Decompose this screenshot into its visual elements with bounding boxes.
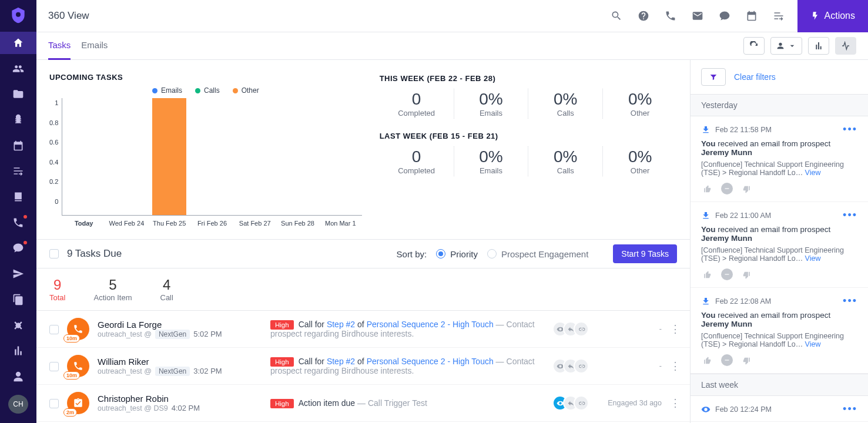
actions-button[interactable]: Actions <box>797 0 868 32</box>
feed-more[interactable]: ••• <box>843 403 857 415</box>
task-description: HighAction item due — Call Trigger Test <box>270 398 549 408</box>
task-description: HighCall for Step #2 of Personal Sequenc… <box>270 320 549 338</box>
mail-icon[interactable] <box>692 10 703 22</box>
chart-bar: Today <box>62 98 105 215</box>
metric: 0Completed <box>380 89 454 119</box>
nav-analytics[interactable] <box>0 340 36 362</box>
nav-phone[interactable] <box>0 212 36 234</box>
feed-time: Feb 20 12:24 PM <box>715 405 772 414</box>
start-tasks-button[interactable]: Start 9 Tasks <box>613 244 677 263</box>
feed-time: Feb 22 12:08 AM <box>715 297 771 306</box>
activity-button[interactable] <box>835 37 856 55</box>
tab-tasks[interactable]: Tasks <box>48 32 71 60</box>
actions-label: Actions <box>825 11 855 21</box>
clear-filters-link[interactable]: Clear filters <box>734 72 776 82</box>
neutral-icon[interactable] <box>721 268 733 280</box>
thumbs-up-icon[interactable] <box>701 183 714 196</box>
upcoming-tasks-chart: 10.80.60.40.20 TodayWed Feb 24Thu Feb 25… <box>49 98 362 216</box>
nav-chat[interactable] <box>0 237 36 260</box>
thumbs-up-icon[interactable] <box>701 268 714 281</box>
task-row[interactable]: 10m Geordi La Forge outreach_test @NextG… <box>36 311 690 348</box>
view-link[interactable]: View <box>805 169 821 177</box>
nav-templates[interactable] <box>0 186 36 208</box>
svg-rect-1 <box>725 188 729 189</box>
feed-time: Feb 22 11:58 PM <box>715 126 772 134</box>
row-checkbox[interactable] <box>49 399 59 408</box>
eye-icon <box>701 405 711 414</box>
engagement-text: - <box>597 325 662 333</box>
task-row[interactable]: 2m Christopher Robin outreach_test @ DS9… <box>36 385 690 422</box>
call-icon: 10m <box>67 318 89 340</box>
sort-priority[interactable]: Priority <box>436 249 478 259</box>
calendar-icon[interactable] <box>746 10 758 22</box>
chart-bar: Fri Feb 26 <box>191 98 234 215</box>
nav-home[interactable] <box>0 32 36 54</box>
feed-item: Feb 22 11:00 AM ••• You received an emai… <box>691 202 868 288</box>
metric: 0%Calls <box>528 89 603 119</box>
sort-engagement[interactable]: Prospect Engagement <box>487 249 588 259</box>
feed-subject: [Confluence] Technical Support Engineeri… <box>701 246 857 263</box>
feed-more[interactable]: ••• <box>843 123 857 136</box>
nav-accounts[interactable] <box>0 83 36 105</box>
stats-button[interactable] <box>808 37 829 55</box>
view-link[interactable]: View <box>805 340 821 348</box>
thumbs-up-icon[interactable] <box>701 354 714 367</box>
feed-more[interactable]: ••• <box>843 209 857 221</box>
nav-calendar[interactable] <box>0 135 36 157</box>
neutral-icon[interactable] <box>721 354 733 366</box>
this-week-title: THIS WEEK (FEB 22 - FEB 28) <box>380 74 677 83</box>
row-menu[interactable]: ⋮ <box>670 397 681 409</box>
thumbs-down-icon[interactable] <box>740 354 753 367</box>
view-link[interactable]: View <box>805 254 821 263</box>
nav-snippets[interactable] <box>0 314 36 337</box>
task-count[interactable]: 9Total <box>49 277 65 302</box>
chart-bar: Wed Feb 24 <box>105 98 148 215</box>
chat-icon[interactable] <box>719 10 730 22</box>
phone-icon[interactable] <box>665 10 676 22</box>
search-icon[interactable] <box>611 10 622 22</box>
feed-item: Feb 22 11:58 PM ••• You received an emai… <box>691 116 868 202</box>
top-bar: 360 View Actions <box>36 0 868 32</box>
tab-emails[interactable]: Emails <box>81 32 108 60</box>
task-count[interactable]: 4Call <box>160 277 173 302</box>
prospect-name[interactable]: Christopher Robin <box>98 394 262 404</box>
user-avatar[interactable]: CH <box>8 395 28 414</box>
row-menu[interactable]: ⋮ <box>670 323 681 335</box>
nav-opportunities[interactable] <box>0 109 36 131</box>
nav-profile[interactable] <box>0 365 36 388</box>
chart-bar: Thu Feb 25 <box>148 98 191 215</box>
metric: 0%Other <box>603 146 677 176</box>
row-checkbox[interactable] <box>49 325 59 334</box>
nav-send[interactable] <box>0 263 36 285</box>
engagement-text: Engaged 3d ago <box>597 399 662 407</box>
tasks-icon[interactable] <box>773 10 785 22</box>
inbox-icon <box>701 211 711 220</box>
task-description: HighCall for Step #2 of Personal Sequenc… <box>270 357 549 375</box>
tasks-due-bar: 9 Tasks Due Sort by: Priority Prospect E… <box>36 239 690 268</box>
feed-more[interactable]: ••• <box>843 295 857 307</box>
filter-button[interactable] <box>701 68 726 86</box>
metric: 0%Other <box>603 89 677 119</box>
nav-sequences[interactable] <box>0 160 36 183</box>
row-checkbox[interactable] <box>49 362 59 371</box>
svg-rect-3 <box>725 360 729 360</box>
prospect-name[interactable]: Geordi La Forge <box>98 320 262 330</box>
help-icon[interactable] <box>638 10 649 22</box>
assignee-filter[interactable] <box>770 37 802 55</box>
feed-subject: [Confluence] Technical Support Engineeri… <box>701 160 857 177</box>
refresh-button[interactable] <box>743 37 765 55</box>
prospect-name[interactable]: William Riker <box>98 357 262 367</box>
task-count[interactable]: 5Action Item <box>93 277 132 302</box>
feed-item: Feb 22 12:08 AM ••• You received an emai… <box>691 288 868 374</box>
task-row[interactable]: 10m William Riker outreach_test @NextGen… <box>36 348 690 385</box>
select-all-checkbox[interactable] <box>49 249 59 258</box>
link-chip <box>574 321 589 337</box>
neutral-icon[interactable] <box>721 183 733 194</box>
chart-bar: Sun Feb 28 <box>276 98 319 215</box>
thumbs-down-icon[interactable] <box>740 183 753 196</box>
nav-people[interactable] <box>0 58 36 80</box>
row-menu[interactable]: ⋮ <box>670 360 681 372</box>
link-chip <box>574 395 589 411</box>
nav-copy[interactable] <box>0 288 36 311</box>
thumbs-down-icon[interactable] <box>740 268 753 281</box>
